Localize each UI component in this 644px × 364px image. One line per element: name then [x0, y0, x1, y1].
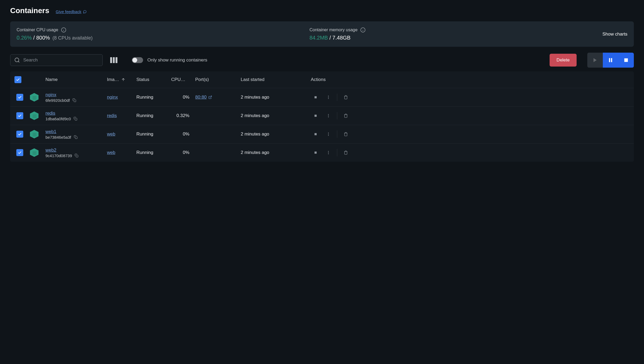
search-icon — [14, 57, 20, 63]
search-box[interactable] — [10, 54, 103, 66]
search-input[interactable] — [23, 57, 99, 63]
container-name-link[interactable]: web2 — [45, 148, 107, 153]
svg-point-32 — [328, 153, 329, 154]
svg-rect-19 — [315, 115, 317, 117]
row-checkbox[interactable] — [16, 149, 23, 156]
svg-point-26 — [328, 134, 329, 135]
stop-button[interactable] — [618, 53, 634, 68]
svg-rect-18 — [75, 118, 77, 120]
container-icon — [29, 92, 39, 102]
copy-id-button[interactable] — [75, 154, 78, 157]
stop-icon — [313, 95, 318, 99]
copy-id-button[interactable] — [74, 135, 78, 139]
cpu-note: (8 CPUs available) — [52, 35, 93, 41]
running-only-toggle[interactable] — [132, 57, 143, 63]
toggle-label: Only show running containers — [147, 57, 207, 63]
container-id: 1dba6a0fd9c0 — [45, 117, 71, 121]
containers-table: Name Ima… Status CPU… Port(s) Last start… — [10, 71, 634, 162]
copy-id-button[interactable] — [72, 98, 76, 102]
svg-point-30 — [328, 151, 329, 152]
play-button[interactable] — [587, 53, 603, 68]
external-link-icon — [208, 95, 212, 99]
image-link[interactable]: web — [107, 131, 115, 137]
pause-button[interactable] — [603, 53, 618, 68]
last-started: 2 minutes ago — [241, 131, 308, 137]
row-more-button[interactable] — [323, 147, 334, 158]
row-stop-button[interactable] — [310, 91, 321, 103]
cpu-value: 0% — [171, 150, 195, 155]
svg-line-7 — [18, 61, 19, 62]
header-last-started[interactable]: Last started — [241, 77, 308, 82]
last-started: 2 minutes ago — [241, 113, 308, 118]
header-cpu[interactable]: CPU… — [171, 77, 195, 82]
select-all-checkbox[interactable] — [14, 76, 21, 83]
svg-point-15 — [328, 96, 329, 96]
row-checkbox[interactable] — [16, 131, 23, 138]
svg-point-22 — [328, 117, 329, 117]
cpu-value: 0% — [171, 131, 195, 137]
table-header: Name Ima… Status CPU… Port(s) Last start… — [10, 71, 634, 88]
image-link[interactable]: redis — [107, 113, 117, 118]
svg-rect-11 — [624, 58, 628, 62]
header-ports[interactable]: Port(s) — [195, 77, 241, 82]
row-delete-button[interactable] — [340, 147, 352, 158]
svg-rect-14 — [315, 96, 317, 98]
container-icon — [29, 148, 39, 157]
image-link[interactable]: nginx — [107, 95, 118, 100]
copy-icon — [75, 154, 78, 157]
row-stop-button[interactable] — [310, 110, 321, 122]
svg-point-16 — [328, 97, 329, 98]
port-link[interactable]: 80:80 — [195, 95, 212, 100]
svg-rect-13 — [74, 100, 76, 102]
copy-id-button[interactable] — [74, 117, 77, 121]
row-checkbox[interactable] — [16, 112, 23, 119]
info-icon[interactable] — [61, 27, 66, 33]
header-image[interactable]: Ima… — [107, 77, 136, 82]
container-name-link[interactable]: nginx — [45, 92, 107, 98]
row-more-button[interactable] — [323, 128, 334, 140]
cpu-stat-label: Container CPU usage — [17, 28, 58, 32]
svg-point-27 — [328, 135, 329, 136]
memory-stat-label: Container memory usage — [309, 28, 358, 32]
more-vertical-icon — [326, 150, 331, 155]
feedback-icon — [83, 10, 87, 14]
container-id: 6fe9920cb0df — [45, 98, 70, 103]
status-text: Running — [136, 113, 171, 118]
svg-rect-24 — [315, 133, 317, 135]
row-delete-button[interactable] — [340, 128, 352, 140]
feedback-link-label: Give feedback — [56, 9, 81, 14]
stop-icon — [313, 114, 318, 118]
row-delete-button[interactable] — [340, 91, 352, 103]
delete-button[interactable]: Delete — [550, 54, 577, 67]
svg-rect-29 — [315, 152, 317, 154]
row-more-button[interactable] — [323, 110, 334, 122]
table-row: web1 be73846e5a3f web Running 0% 2 minut… — [10, 125, 634, 143]
svg-rect-10 — [611, 58, 612, 62]
trash-icon — [344, 132, 348, 136]
info-icon[interactable] — [360, 27, 366, 33]
row-more-button[interactable] — [323, 91, 334, 103]
image-link[interactable]: web — [107, 150, 115, 155]
row-stop-button[interactable] — [310, 147, 321, 158]
container-name-link[interactable]: web1 — [45, 129, 107, 134]
cpu-value: 0% — [171, 95, 195, 100]
memory-stat: Container memory usage 84.2MB / 7.48GB — [309, 27, 596, 41]
feedback-link[interactable]: Give feedback — [56, 9, 87, 14]
last-started: 2 minutes ago — [241, 150, 308, 155]
last-started: 2 minutes ago — [241, 95, 308, 100]
svg-point-31 — [328, 152, 329, 153]
row-checkbox[interactable] — [16, 94, 23, 101]
row-stop-button[interactable] — [310, 128, 321, 140]
pause-icon — [608, 57, 613, 63]
cpu-value: 0.26% — [17, 35, 32, 41]
sort-asc-icon — [121, 78, 125, 82]
show-charts-button[interactable]: Show charts — [602, 32, 627, 37]
header-status[interactable]: Status — [136, 77, 171, 82]
row-delete-button[interactable] — [340, 110, 352, 122]
container-name-link[interactable]: redis — [45, 111, 107, 116]
table-row: web2 9c4170d08739 web Running 0% 2 minut… — [10, 143, 634, 162]
columns-button[interactable] — [108, 55, 120, 65]
svg-rect-23 — [75, 137, 77, 139]
memory-value: 84.2MB — [309, 35, 328, 41]
header-name[interactable]: Name — [45, 77, 107, 82]
